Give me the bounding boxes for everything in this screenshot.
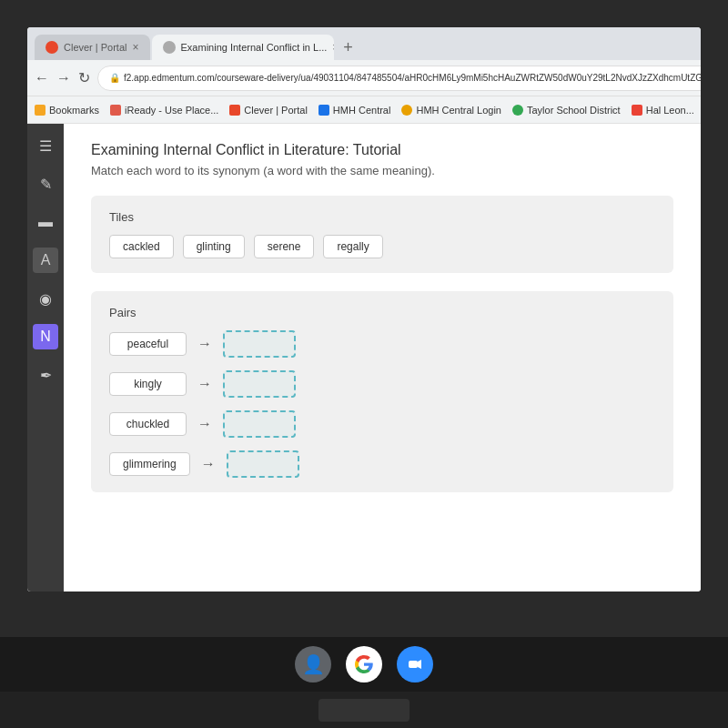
iready-label: iReady - Use Place...	[125, 105, 218, 116]
tab-bar: Clever | Portal × Examining Internal Con…	[27, 27, 701, 60]
address-text: f2.app.edmentum.com/courseware-delivery/…	[124, 73, 701, 83]
pair-drop-chuckled[interactable]	[223, 410, 296, 438]
tiles-container: cackled glinting serene regally	[109, 235, 655, 258]
sidebar-folder-icon[interactable]: ▬	[33, 209, 58, 235]
tab-edmentum[interactable]: Examining Internal Conflict in L... ×	[152, 35, 334, 60]
clever-bm-icon	[229, 105, 240, 116]
pair-word-glimmering: glimmering	[109, 452, 190, 476]
address-bar-row: ← → ↻ 🔒 f2.app.edmentum.com/courseware-d…	[27, 60, 701, 96]
hal-label: Hal Leon...	[646, 105, 694, 116]
new-tab-button[interactable]: +	[336, 35, 361, 60]
hal-icon	[632, 105, 642, 116]
taylor-label: Taylor School District	[527, 105, 621, 116]
bookmark-hmh-login[interactable]: HMH Central Login	[401, 105, 501, 116]
content-area: ☰ ✎ ▬ A ◉ N ✒ Examining Internal Conflic…	[27, 124, 701, 592]
pair-arrow-kingly: →	[197, 376, 212, 392]
edmentum-tab-close[interactable]: ×	[332, 41, 333, 54]
hmh-label: HMH Central	[333, 105, 391, 116]
address-input[interactable]: 🔒 f2.app.edmentum.com/courseware-deliver…	[97, 66, 701, 91]
laptop-outer: Clever | Portal × Examining Internal Con…	[0, 0, 728, 728]
iready-icon	[110, 105, 121, 116]
sidebar-audio-icon[interactable]: ◉	[33, 286, 58, 311]
sidebar-pen-icon[interactable]: ✒	[33, 362, 58, 388]
bookmarks-folder-icon	[35, 105, 46, 116]
tiles-section-label: Tiles	[109, 210, 655, 224]
main-page: Examining Internal Conflict in Literatur…	[64, 124, 701, 592]
sidebar-note-icon[interactable]: N	[33, 324, 58, 349]
pair-word-chuckled: chuckled	[109, 412, 187, 436]
page-instruction: Match each word to its synonym (a word w…	[91, 164, 673, 177]
lock-icon: 🔒	[109, 73, 120, 83]
sidebar-menu-icon[interactable]: ☰	[33, 133, 58, 158]
bookmark-hmh[interactable]: HMH Central	[318, 105, 391, 116]
taskbar-zoom-icon[interactable]	[397, 646, 433, 682]
browser: Clever | Portal × Examining Internal Con…	[27, 27, 701, 592]
clever-tab-icon	[46, 41, 58, 54]
pair-arrow-chuckled: →	[197, 416, 212, 432]
tile-regally[interactable]: regally	[323, 235, 382, 258]
taskbar-account-icon[interactable]: 👤	[295, 646, 331, 682]
pair-word-kingly: kingly	[109, 372, 187, 396]
pair-row-glimmering: glimmering →	[109, 450, 655, 478]
back-button[interactable]: ←	[35, 66, 49, 91]
screen: Clever | Portal × Examining Internal Con…	[27, 27, 701, 592]
forward-button[interactable]: →	[56, 66, 71, 91]
pair-row-peaceful: peaceful →	[109, 330, 655, 358]
hmh-login-icon	[401, 105, 412, 116]
hmh-icon	[318, 105, 329, 116]
bookmarks-label: Bookmarks	[49, 105, 99, 116]
bookmarks-bar: Bookmarks iReady - Use Place... Clever |…	[27, 96, 701, 124]
trackpad[interactable]	[318, 699, 410, 722]
svg-rect-3	[409, 661, 418, 668]
pairs-section: Pairs peaceful → kingly →	[91, 291, 673, 492]
bookmark-clever[interactable]: Clever | Portal	[229, 105, 308, 116]
taylor-icon	[512, 105, 523, 116]
tiles-section: Tiles cackled glinting serene regally	[91, 196, 673, 273]
laptop-bottom	[0, 692, 728, 728]
clever-bm-label: Clever | Portal	[244, 105, 308, 116]
bookmark-iready[interactable]: iReady - Use Place...	[110, 105, 218, 116]
taskbar-google-icon[interactable]	[346, 646, 382, 682]
pair-drop-peaceful[interactable]	[223, 330, 296, 358]
sidebar-font-icon[interactable]: A	[33, 248, 58, 273]
pair-row-kingly: kingly →	[109, 370, 655, 398]
sidebar-edit-icon[interactable]: ✎	[33, 171, 58, 197]
page-title: Examining Internal Conflict in Literatur…	[91, 142, 673, 158]
pair-drop-kingly[interactable]	[223, 370, 296, 398]
clever-tab-close[interactable]: ×	[133, 41, 139, 54]
pairs-container: peaceful → kingly → chuckled	[109, 330, 655, 478]
tile-cackled[interactable]: cackled	[109, 235, 174, 258]
edmentum-tab-icon	[163, 41, 176, 54]
tile-serene[interactable]: serene	[254, 235, 315, 258]
pair-drop-glimmering[interactable]	[227, 450, 299, 478]
edmentum-tab-label: Examining Internal Conflict in L...	[181, 42, 328, 53]
pair-word-peaceful: peaceful	[109, 332, 187, 356]
bookmark-hal[interactable]: Hal Leon...	[632, 105, 694, 116]
hmh-login-label: HMH Central Login	[416, 105, 501, 116]
pair-arrow-glimmering: →	[201, 456, 216, 472]
bookmark-bookmarks[interactable]: Bookmarks	[35, 105, 99, 116]
pair-arrow-peaceful: →	[197, 336, 212, 352]
bookmark-taylor[interactable]: Taylor School District	[512, 105, 621, 116]
clever-tab-label: Clever | Portal	[64, 42, 127, 53]
pair-row-chuckled: chuckled →	[109, 410, 655, 438]
tile-glinting[interactable]: glinting	[183, 235, 245, 258]
left-sidebar: ☰ ✎ ▬ A ◉ N ✒	[27, 124, 64, 592]
pairs-section-label: Pairs	[109, 306, 655, 319]
taskbar: 👤	[0, 637, 728, 692]
tab-clever[interactable]: Clever | Portal ×	[35, 35, 150, 60]
reload-button[interactable]: ↻	[78, 66, 90, 91]
